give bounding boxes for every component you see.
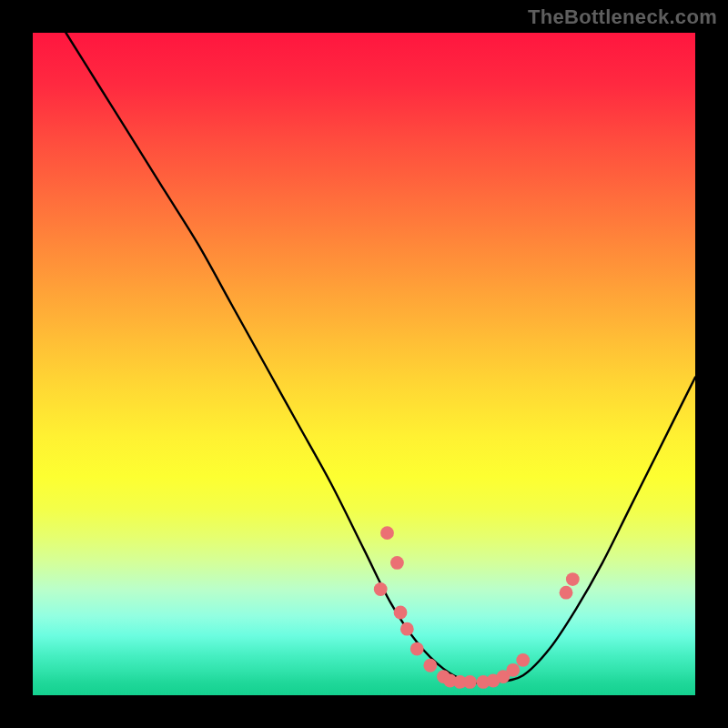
plot-svg	[33, 33, 695, 695]
watermark-text: TheBottleneck.com	[528, 5, 717, 29]
data-point	[374, 582, 388, 596]
data-point	[390, 556, 404, 570]
data-point	[423, 659, 437, 672]
data-point	[506, 663, 520, 677]
data-point	[566, 572, 580, 586]
data-point	[394, 606, 408, 620]
data-point	[380, 526, 394, 540]
data-point	[410, 642, 424, 656]
data-point	[560, 586, 573, 600]
data-point	[400, 622, 414, 636]
data-point	[463, 675, 477, 689]
chart-container: TheBottleneck.com	[0, 0, 728, 728]
plot-area	[33, 33, 695, 695]
data-points	[374, 526, 580, 689]
data-point	[516, 653, 530, 667]
